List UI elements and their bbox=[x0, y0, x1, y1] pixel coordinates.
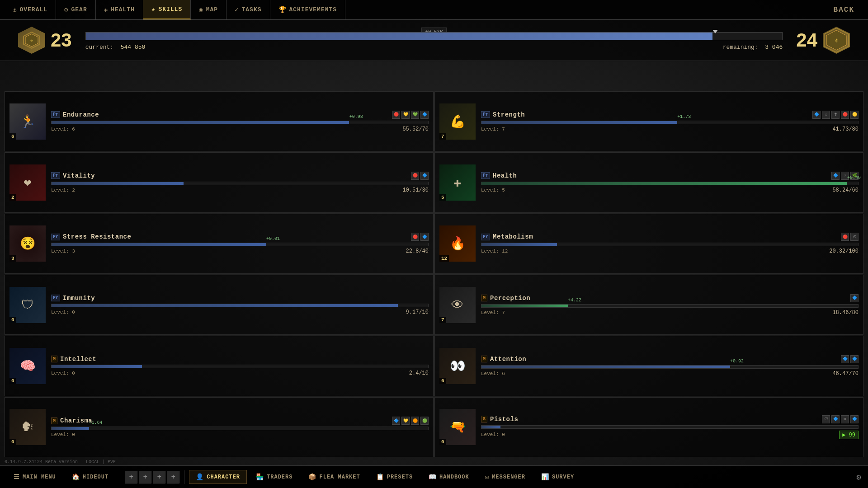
skill-bar-track-immunity bbox=[51, 304, 429, 307]
nav-overall[interactable]: ⚓ OVERALL bbox=[5, 0, 56, 19]
skill-type-perception: M bbox=[481, 295, 487, 301]
bottom-btn-main-menu[interactable]: ☰ MAIN MENU bbox=[7, 470, 63, 484]
skill-card-endurance[interactable]: 🏃 6 Pr Endurance 🔴💛💚🔷 +0.98 Level bbox=[5, 91, 434, 151]
skill-type-stress: Pr bbox=[51, 234, 60, 240]
level-bar-section: ⚜ 23 +0 EXP current: 544 850 remaining: … bbox=[0, 20, 868, 61]
skill-info-perception: M Perception 🔷 +4.22 Level: 7 18.46/80 bbox=[481, 294, 859, 316]
skill-value-endurance: 55.52/70 bbox=[402, 126, 429, 132]
skill-level-badge-vitality: 2 bbox=[9, 194, 16, 201]
bottom-separator-1 bbox=[120, 470, 120, 484]
back-button[interactable]: BACK bbox=[825, 6, 863, 14]
skill-name-stress: Stress Resistance bbox=[63, 233, 131, 240]
bottom-bar: ☰ MAIN MENU 🏠 HIDEOUT ++++ 👤 CHARACTER 🏪… bbox=[0, 465, 868, 488]
quick-add-btn-0[interactable]: + bbox=[125, 471, 137, 483]
skill-name-vitality: Vitality bbox=[63, 172, 95, 179]
skill-card-perception[interactable]: 👁 7 M Perception 🔷 +4.22 Level: 7 bbox=[434, 275, 863, 335]
skill-level-badge-health: 5 bbox=[439, 194, 446, 201]
nav-achievements[interactable]: 🏆 ACHIEVEMENTS bbox=[270, 0, 346, 19]
skill-buff-icon: 🔷 bbox=[850, 415, 859, 423]
skill-icons-right-attention: 🔷🔷 bbox=[841, 355, 859, 363]
bottom-icon-survey: 📊 bbox=[541, 473, 549, 481]
remaining-exp-label: remaining: 3 046 bbox=[723, 44, 783, 51]
skill-bonus: +0.98 bbox=[349, 114, 363, 119]
skill-card-health[interactable]: ✚ 5 Pr Health 🔷⚡🌿 +0.49 Level: 5 bbox=[434, 152, 863, 212]
bottom-btn-character[interactable]: 👤 CHARACTER bbox=[189, 470, 247, 484]
skill-title-row-health: Pr Health bbox=[481, 172, 517, 179]
skill-bar-health: +0.49 bbox=[481, 182, 859, 185]
nav-tasks[interactable]: ✓ TASKS bbox=[226, 0, 270, 19]
skill-title-row-vitality: Pr Vitality bbox=[51, 172, 95, 179]
skill-level-badge-pistols: 0 bbox=[439, 439, 446, 445]
settings-icon[interactable]: ⚙ bbox=[856, 472, 861, 482]
skill-card-immunity[interactable]: 🛡 0 Pr Immunity Level: 0 9. bbox=[5, 275, 434, 335]
level-bar-fill bbox=[86, 33, 713, 40]
skill-title-row-endurance: Pr Endurance bbox=[51, 111, 99, 118]
nav-skills[interactable]: ★ SKILLS bbox=[143, 0, 191, 19]
skill-card-intellect[interactable]: 🧠 0 M Intellect Level: 0 2. bbox=[5, 336, 434, 396]
skill-footer-perception: Level: 7 18.46/80 bbox=[481, 310, 859, 316]
bottom-label-survey: SURVEY bbox=[552, 474, 574, 480]
skill-name-charisma: Charisma bbox=[60, 417, 92, 424]
skill-image-health: ✚ 5 bbox=[439, 164, 476, 201]
skill-level-badge-perception: 7 bbox=[439, 317, 446, 323]
next-level-icon: ⚜ bbox=[823, 27, 850, 54]
skill-info-charisma: M Charisma 🔷💛🟠🟢 +1.64 Level: 0 bbox=[51, 417, 429, 437]
skill-bar-fill-metabolism bbox=[481, 243, 557, 246]
skill-card-stress[interactable]: 😵 3 Pr Stress Resistance 🔴🔷 +0.01 L bbox=[5, 214, 434, 274]
current-level-badge: ⚜ 23 bbox=[18, 27, 72, 54]
skill-value-metabolism: 20.32/100 bbox=[829, 248, 859, 254]
bottom-icon-flea-market: 📦 bbox=[308, 473, 316, 481]
bottom-btn-traders[interactable]: 🏪 TRADERS bbox=[249, 470, 299, 484]
bottom-btn-handbook[interactable]: 📖 HANDBOOK bbox=[422, 470, 476, 484]
skill-buff-icon: 🔷 bbox=[392, 417, 400, 425]
skill-level-text-intellect: Level: 0 bbox=[51, 371, 75, 376]
skill-name-intellect: Intellect bbox=[60, 356, 96, 363]
tasks-icon: ✓ bbox=[235, 6, 239, 14]
skill-icons-right-pistols: ⏱🔷⚙🔷 bbox=[822, 415, 859, 423]
skill-header-charisma: M Charisma 🔷💛🟠🟢 bbox=[51, 417, 429, 425]
achievements-icon: 🏆 bbox=[278, 6, 287, 14]
skill-level-text-pistols: Level: 0 bbox=[481, 432, 505, 437]
skill-card-vitality[interactable]: ❤ 2 Pr Vitality 🔴🔷 Level: 2 bbox=[5, 152, 434, 212]
skill-header-immunity: Pr Immunity bbox=[51, 295, 429, 302]
nav-map[interactable]: ◉ MAP bbox=[191, 0, 226, 19]
skill-card-metabolism[interactable]: 🔥 12 Pr Metabolism 🔴⏱ Level: 12 bbox=[434, 214, 863, 274]
skill-value-vitality: 10.51/30 bbox=[402, 187, 429, 193]
skill-title-row-metabolism: Pr Metabolism bbox=[481, 233, 533, 240]
skill-card-attention[interactable]: 👀 6 M Attention 🔷🔷 +0.92 Level: 6 bbox=[434, 336, 863, 396]
skill-type-metabolism: Pr bbox=[481, 234, 490, 240]
skill-buff-icon: 🔷 bbox=[841, 355, 849, 363]
skill-info-stress: Pr Stress Resistance 🔴🔷 +0.01 Level: 3 2… bbox=[51, 233, 429, 254]
nav-gear[interactable]: ⚙ GEAR bbox=[56, 0, 96, 19]
skill-footer-attention: Level: 6 46.47/70 bbox=[481, 371, 859, 377]
bottom-label-traders: TRADERS bbox=[267, 474, 292, 480]
skill-buff-icon: 🔴 bbox=[411, 233, 419, 241]
skill-bar-metabolism bbox=[481, 243, 859, 246]
skill-card-pistols[interactable]: 🔫 0 S Pistols ⏱🔷⚙🔷 Level: 0 bbox=[434, 397, 863, 457]
skill-buff-icon: 🔷 bbox=[420, 172, 429, 180]
quick-add-btn-2[interactable]: + bbox=[153, 471, 165, 483]
skill-buff-icon: 💛 bbox=[401, 417, 410, 425]
skill-footer-strength: Level: 7 41.73/80 bbox=[481, 126, 859, 132]
skill-footer-stress: Level: 3 22.8/40 bbox=[51, 248, 429, 254]
bottom-btn-hideout[interactable]: 🏠 HIDEOUT bbox=[65, 470, 115, 484]
bottom-btn-messenger[interactable]: ✉ MESSENGER bbox=[478, 470, 532, 484]
skill-type-strength: Pr bbox=[481, 111, 490, 118]
skill-type-attention: M bbox=[481, 356, 487, 362]
quick-add-btn-1[interactable]: + bbox=[139, 471, 151, 483]
skill-bonus: +1.73 bbox=[677, 114, 691, 119]
skill-card-strength[interactable]: 💪 7 Pr Strength 🔷⚔🗡🔴🟡 +1.73 Level bbox=[434, 91, 863, 151]
bottom-btn-survey[interactable]: 📊 SURVEY bbox=[534, 470, 581, 484]
bottom-btn-flea-market[interactable]: 📦 FLEA MARKET bbox=[302, 470, 367, 484]
skill-card-charisma[interactable]: 🗣 0 M Charisma 🔷💛🟠🟢 +1.64 Level: bbox=[5, 397, 434, 457]
bottom-btn-presets[interactable]: 📋 PRESETS bbox=[369, 470, 420, 484]
skill-bar-fill-charisma bbox=[52, 427, 89, 430]
skill-image-vitality: ❤ 2 bbox=[9, 164, 46, 201]
skill-header-attention: M Attention 🔷🔷 bbox=[481, 355, 859, 363]
quick-add-btn-3[interactable]: + bbox=[167, 471, 179, 483]
nav-health[interactable]: ✚ HEALTH bbox=[96, 0, 143, 19]
skill-info-endurance: Pr Endurance 🔴💛💚🔷 +0.98 Level: 6 55.52/7… bbox=[51, 111, 429, 132]
skill-buff-icon: ⏱ bbox=[850, 233, 859, 241]
skill-name-perception: Perception bbox=[490, 295, 530, 302]
svg-text:⚜: ⚜ bbox=[835, 37, 839, 44]
